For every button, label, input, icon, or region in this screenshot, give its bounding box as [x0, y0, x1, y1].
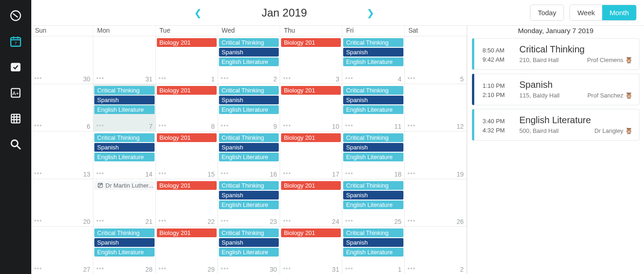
- day-more-icon[interactable]: •••: [159, 265, 167, 272]
- event-pill[interactable]: Spanish: [343, 238, 403, 247]
- day-more-icon[interactable]: •••: [283, 170, 291, 177]
- day-cell[interactable]: Critical ThinkingSpanishEnglish Literatu…: [342, 179, 404, 227]
- event-pill[interactable]: Critical Thinking: [219, 38, 279, 47]
- event-pill[interactable]: Critical Thinking: [219, 181, 279, 190]
- event-pill[interactable]: English Literature: [219, 57, 279, 66]
- agenda-item[interactable]: 3:40 PM4:32 PMEnglish Literature500, Bai…: [472, 109, 639, 141]
- event-pill[interactable]: English Literature: [219, 105, 279, 114]
- event-pill[interactable]: English Literature: [219, 248, 279, 257]
- nav-agenda[interactable]: [9, 112, 22, 125]
- event-pill[interactable]: English Literature: [94, 105, 154, 114]
- event-pill[interactable]: Biology 201: [281, 133, 341, 142]
- day-cell[interactable]: •••27: [31, 227, 93, 274]
- day-cell[interactable]: Critical ThinkingSpanishEnglish Literatu…: [93, 84, 155, 131]
- today-button[interactable]: Today: [530, 5, 564, 21]
- event-pill[interactable]: English Literature: [219, 153, 279, 161]
- event-pill[interactable]: Critical Thinking: [219, 133, 279, 142]
- event-pill[interactable]: Critical Thinking: [94, 228, 154, 237]
- day-more-icon[interactable]: •••: [283, 122, 291, 129]
- day-cell[interactable]: •••20: [31, 179, 93, 227]
- day-cell[interactable]: Critical ThinkingSpanishEnglish Literatu…: [93, 227, 155, 274]
- day-more-icon[interactable]: •••: [345, 170, 353, 177]
- event-pill[interactable]: Biology 201: [281, 38, 341, 47]
- day-cell[interactable]: •••19: [405, 131, 467, 179]
- day-more-icon[interactable]: •••: [345, 74, 353, 82]
- day-cell[interactable]: Biology 201•••15: [156, 131, 218, 179]
- event-pill[interactable]: Spanish: [219, 143, 279, 152]
- event-pill[interactable]: Biology 201: [281, 86, 341, 95]
- event-pill[interactable]: Spanish: [343, 96, 403, 104]
- day-more-icon[interactable]: •••: [345, 217, 353, 224]
- event-pill[interactable]: Spanish: [94, 96, 154, 104]
- event-pill[interactable]: Biology 201: [157, 228, 217, 237]
- prev-month-button[interactable]: ❮: [190, 6, 207, 20]
- event-pill[interactable]: Spanish: [219, 191, 279, 200]
- event-pill[interactable]: English Literature: [343, 57, 403, 66]
- day-cell[interactable]: Critical ThinkingSpanishEnglish Literatu…: [342, 131, 404, 179]
- day-more-icon[interactable]: •••: [34, 122, 42, 129]
- event-pill[interactable]: Biology 201: [157, 38, 217, 47]
- day-more-icon[interactable]: •••: [34, 74, 42, 82]
- day-cell[interactable]: •••5: [405, 36, 467, 84]
- day-cell[interactable]: •••31: [93, 36, 155, 84]
- day-more-icon[interactable]: •••: [159, 74, 167, 82]
- event-pill[interactable]: Critical Thinking: [94, 86, 154, 95]
- day-more-icon[interactable]: •••: [408, 74, 416, 82]
- nav-tasks[interactable]: [9, 61, 22, 74]
- day-cell[interactable]: •••26: [405, 179, 467, 227]
- next-month-button[interactable]: ❯: [362, 6, 379, 20]
- nav-calendar[interactable]: 7: [9, 35, 22, 48]
- event-pill[interactable]: Critical Thinking: [343, 38, 403, 47]
- day-cell[interactable]: Biology 201•••22: [156, 179, 218, 227]
- day-more-icon[interactable]: •••: [221, 170, 229, 177]
- day-cell[interactable]: Biology 201•••8: [156, 84, 218, 131]
- day-cell[interactable]: Biology 201•••29: [156, 227, 218, 274]
- event-pill[interactable]: Critical Thinking: [343, 228, 403, 237]
- event-pill[interactable]: English Literature: [343, 153, 403, 161]
- event-pill[interactable]: Biology 201: [281, 228, 341, 237]
- day-cell[interactable]: Critical ThinkingSpanishEnglish Literatu…: [342, 36, 404, 84]
- event-pill[interactable]: Critical Thinking: [94, 133, 154, 142]
- event-pill[interactable]: English Literature: [94, 248, 154, 257]
- event-pill[interactable]: English Literature: [94, 153, 154, 161]
- event-pill[interactable]: Spanish: [343, 143, 403, 152]
- day-cell[interactable]: Critical ThinkingSpanishEnglish Literatu…: [218, 36, 280, 84]
- event-pill[interactable]: Biology 201: [281, 181, 341, 190]
- day-more-icon[interactable]: •••: [221, 74, 229, 82]
- nav-search[interactable]: [9, 138, 22, 151]
- day-more-icon[interactable]: •••: [96, 170, 104, 177]
- day-cell[interactable]: •••6: [31, 84, 93, 131]
- day-cell[interactable]: •••2: [405, 227, 467, 274]
- event-pill[interactable]: Critical Thinking: [219, 228, 279, 237]
- event-pill[interactable]: Spanish: [219, 96, 279, 104]
- event-pill[interactable]: Critical Thinking: [343, 86, 403, 95]
- day-more-icon[interactable]: •••: [96, 122, 104, 129]
- event-pill[interactable]: English Literature: [343, 200, 403, 209]
- day-cell[interactable]: Critical ThinkingSpanishEnglish Literatu…: [342, 227, 404, 274]
- event-pill[interactable]: Biology 201: [157, 133, 217, 142]
- day-cell[interactable]: Critical ThinkingSpanishEnglish Literatu…: [342, 84, 404, 131]
- day-more-icon[interactable]: •••: [345, 122, 353, 129]
- day-more-icon[interactable]: •••: [159, 170, 167, 177]
- day-more-icon[interactable]: •••: [34, 265, 42, 272]
- day-cell[interactable]: Critical ThinkingSpanishEnglish Literatu…: [218, 131, 280, 179]
- day-cell[interactable]: Critical ThinkingSpanishEnglish Literatu…: [218, 227, 280, 274]
- event-pill[interactable]: Spanish: [219, 48, 279, 57]
- day-more-icon[interactable]: •••: [96, 74, 104, 82]
- day-more-icon[interactable]: •••: [34, 170, 42, 177]
- event-pill[interactable]: Spanish: [94, 238, 154, 247]
- day-more-icon[interactable]: •••: [408, 122, 416, 129]
- day-more-icon[interactable]: •••: [283, 74, 291, 82]
- event-pill[interactable]: Critical Thinking: [343, 181, 403, 190]
- event-pill[interactable]: English Literature: [343, 248, 403, 257]
- day-more-icon[interactable]: •••: [408, 217, 416, 224]
- day-cell[interactable]: Critical ThinkingSpanishEnglish Literatu…: [218, 84, 280, 131]
- day-more-icon[interactable]: •••: [34, 217, 42, 224]
- day-cell[interactable]: Critical ThinkingSpanishEnglish Literatu…: [93, 131, 155, 179]
- agenda-item[interactable]: 1:10 PM2:10 PMSpanish115, Baldy HallProf…: [472, 74, 639, 105]
- day-more-icon[interactable]: •••: [221, 217, 229, 224]
- day-cell[interactable]: Biology 201•••3: [280, 36, 342, 84]
- event-pill[interactable]: English Literature: [219, 200, 279, 209]
- day-more-icon[interactable]: •••: [159, 122, 167, 129]
- event-pill[interactable]: Spanish: [94, 143, 154, 152]
